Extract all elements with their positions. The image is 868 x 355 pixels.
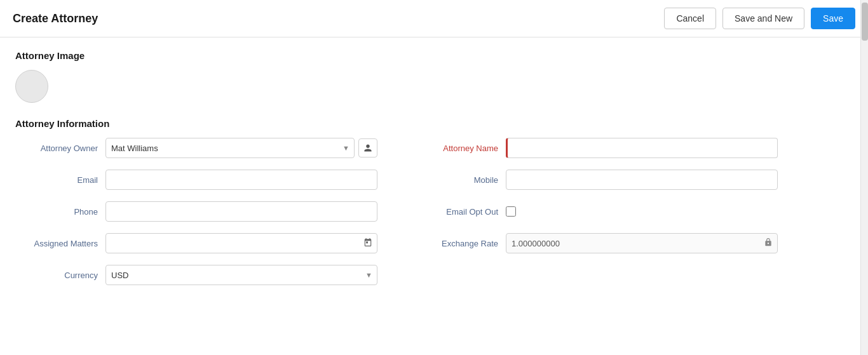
attorney-image-section: Attorney Image bbox=[15, 50, 853, 103]
attorney-owner-select[interactable]: Mat Williams bbox=[105, 138, 355, 158]
email-opt-out-wrap bbox=[506, 206, 516, 217]
currency-row: Currency USD EUR GBP JPY ▼ bbox=[15, 265, 377, 285]
attorney-owner-row: Attorney Owner Mat Williams ▼ bbox=[15, 138, 377, 158]
attorney-info-section: Attorney Information Attorney Owner Mat … bbox=[15, 118, 853, 285]
exchange-rate-input[interactable] bbox=[506, 233, 778, 253]
owner-select-wrap: Mat Williams ▼ bbox=[105, 138, 355, 158]
email-row: Email bbox=[15, 170, 377, 190]
email-opt-out-checkbox[interactable] bbox=[506, 206, 516, 217]
page-title: Create Attorney bbox=[13, 12, 98, 25]
email-opt-out-label: Email Opt Out bbox=[416, 207, 498, 217]
person-icon bbox=[363, 144, 372, 152]
header-actions: Cancel Save and New Save bbox=[664, 8, 855, 29]
cancel-button[interactable]: Cancel bbox=[664, 8, 716, 29]
exchange-rate-label: Exchange Rate bbox=[416, 239, 498, 248]
scrollbar-thumb bbox=[862, 3, 868, 41]
exchange-rate-wrap bbox=[506, 233, 778, 253]
scrollbar[interactable] bbox=[860, 0, 868, 355]
page-wrapper: Create Attorney Cancel Save and New Save… bbox=[0, 0, 868, 355]
currency-label: Currency bbox=[15, 271, 98, 280]
attorney-name-label: Attorney Name bbox=[416, 144, 498, 153]
save-button[interactable]: Save bbox=[811, 8, 855, 29]
owner-lookup-button[interactable] bbox=[358, 138, 377, 157]
save-and-new-button[interactable]: Save and New bbox=[722, 8, 804, 29]
currency-select[interactable]: USD EUR GBP JPY bbox=[105, 265, 377, 285]
form-grid: Attorney Owner Mat Williams ▼ bbox=[15, 138, 778, 285]
lock-icon bbox=[764, 238, 773, 249]
attorney-image-label: Attorney Image bbox=[15, 50, 853, 61]
mobile-label: Mobile bbox=[416, 175, 498, 185]
calendar-icon[interactable] bbox=[363, 238, 372, 249]
email-label: Email bbox=[15, 175, 98, 185]
assigned-matters-row: Assigned Matters bbox=[15, 233, 377, 253]
attorney-name-input[interactable] bbox=[506, 138, 778, 158]
phone-input[interactable] bbox=[105, 201, 377, 222]
phone-label: Phone bbox=[15, 207, 98, 217]
attorney-name-row: Attorney Name bbox=[416, 138, 778, 158]
content: Attorney Image Attorney Information Atto… bbox=[0, 37, 868, 298]
currency-select-wrapper: USD EUR GBP JPY ▼ bbox=[105, 265, 377, 285]
mobile-input[interactable] bbox=[506, 170, 778, 190]
phone-row: Phone bbox=[15, 201, 377, 222]
exchange-rate-row: Exchange Rate bbox=[416, 233, 778, 253]
email-input[interactable] bbox=[105, 170, 377, 190]
attorney-image-upload[interactable] bbox=[15, 70, 48, 103]
owner-wrapper: Mat Williams ▼ bbox=[105, 138, 377, 158]
assigned-matters-input[interactable] bbox=[105, 233, 377, 253]
assigned-matters-wrap bbox=[105, 233, 377, 253]
mobile-row: Mobile bbox=[416, 170, 778, 190]
assigned-matters-label: Assigned Matters bbox=[15, 239, 98, 248]
attorney-owner-label: Attorney Owner bbox=[15, 144, 98, 153]
attorney-info-label: Attorney Information bbox=[15, 118, 853, 129]
email-opt-out-row: Email Opt Out bbox=[416, 201, 778, 222]
header: Create Attorney Cancel Save and New Save bbox=[0, 0, 868, 37]
